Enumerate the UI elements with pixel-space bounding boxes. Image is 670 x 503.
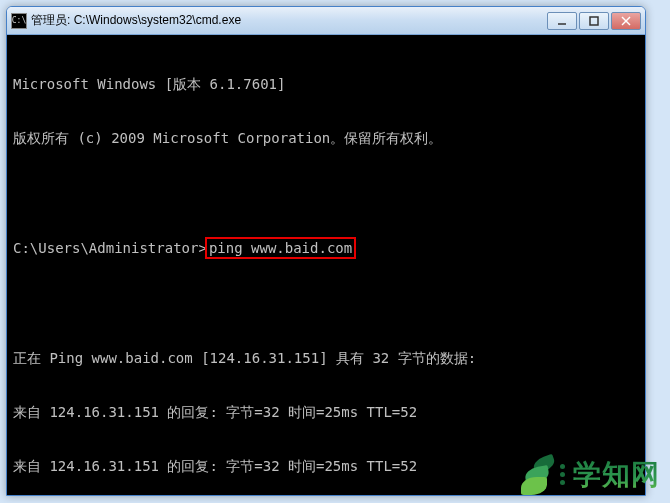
blank-line [13,295,639,313]
copyright-line: 版权所有 (c) 2009 Microsoft Corporation。保留所有… [13,129,639,147]
close-icon [621,16,631,26]
prompt-prefix: C:\Users\Administrator> [13,240,207,256]
leaf-logo-icon [519,453,567,497]
window-title: 管理员: C:\Windows\system32\cmd.exe [31,12,545,29]
command-highlight: ping www.baid.com [205,237,356,259]
watermark-text: 学知网 [573,456,660,494]
minimize-button[interactable] [547,12,577,30]
cmd-window: C:\ 管理员: C:\Windows\system32\cmd.exe Mic… [6,6,646,496]
minimize-icon [557,16,567,26]
close-button[interactable] [611,12,641,30]
svg-rect-1 [590,17,598,25]
titlebar[interactable]: C:\ 管理员: C:\Windows\system32\cmd.exe [7,7,645,35]
maximize-icon [589,16,599,26]
blank-line [13,183,639,201]
ping-start-line: 正在 Ping www.baid.com [124.16.31.151] 具有 … [13,349,639,367]
ping-reply-line: 来自 124.16.31.151 的回复: 字节=32 时间=25ms TTL=… [13,403,639,421]
prompt-line-1: C:\Users\Administrator>ping www.baid.com [13,237,639,259]
maximize-button[interactable] [579,12,609,30]
cmd-icon: C:\ [11,13,27,29]
terminal-area[interactable]: Microsoft Windows [版本 6.1.7601] 版权所有 (c)… [7,35,645,495]
window-controls [545,12,641,30]
watermark: 学知网 [519,453,660,497]
version-line: Microsoft Windows [版本 6.1.7601] [13,75,639,93]
